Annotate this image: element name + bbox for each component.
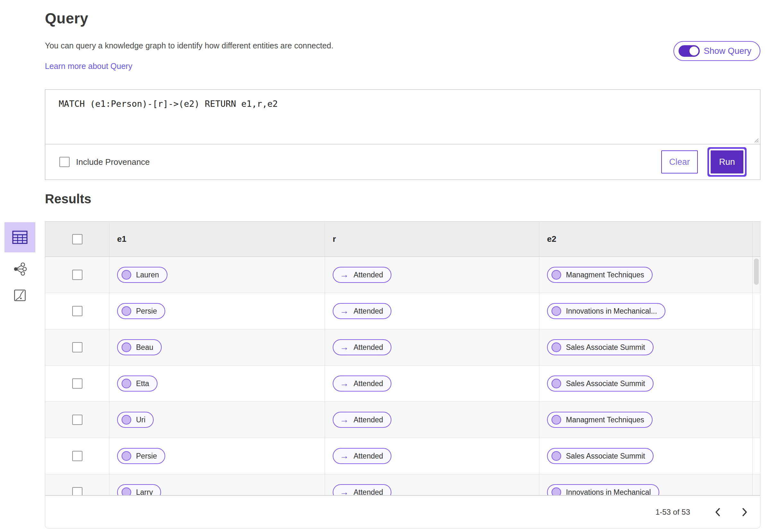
table-row: Persie → Attended Innovations in Mechani…	[45, 293, 760, 329]
pagination-next-button[interactable]	[736, 503, 754, 521]
entity-node-icon	[552, 451, 561, 461]
chevron-left-icon	[715, 508, 721, 517]
row-checkbox[interactable]	[72, 378, 82, 389]
include-provenance-checkbox[interactable]	[59, 157, 70, 167]
row-checkbox[interactable]	[72, 306, 82, 316]
entity-pill-e2[interactable]: Sales Associate Summit	[547, 448, 654, 464]
query-panel: MATCH (e1:Person)-[r]->(e2) RETURN e1,r,…	[45, 89, 760, 180]
row-checkbox[interactable]	[72, 487, 82, 495]
chevron-right-icon	[742, 508, 748, 517]
learn-more-link[interactable]: Learn more about Query	[45, 62, 132, 71]
results-view-switcher	[4, 222, 35, 305]
entity-node-icon	[122, 306, 131, 316]
entity-label: Managment Techniques	[566, 416, 644, 424]
query-footer: Include Provenance Clear Run	[45, 144, 760, 180]
entity-pill-e1[interactable]: Larry	[117, 484, 161, 495]
entity-label: Sales Associate Summit	[566, 343, 645, 352]
query-actions: Clear Run	[661, 150, 752, 173]
relation-pill[interactable]: → Attended	[333, 484, 392, 495]
toggle-knob-icon	[689, 46, 699, 56]
relation-pill[interactable]: → Attended	[333, 267, 392, 283]
pagination-prev-button[interactable]	[709, 503, 727, 521]
table-view-button[interactable]	[4, 222, 35, 252]
table-row: Lauren → Attended Managment Techniques	[45, 257, 760, 293]
row-checkbox[interactable]	[72, 451, 82, 461]
relation-pill[interactable]: → Attended	[333, 448, 392, 464]
entity-pill-e2[interactable]: Managment Techniques	[547, 267, 653, 283]
column-header-e2[interactable]: e2	[539, 222, 753, 257]
table-row: Persie → Attended Sales Associate Summit	[45, 438, 760, 474]
entity-node-icon	[552, 415, 561, 425]
entity-pill-e1[interactable]: Lauren	[117, 267, 167, 283]
relation-pill[interactable]: → Attended	[333, 412, 392, 428]
page-title: Query	[45, 10, 88, 27]
entity-pill-e1[interactable]: Persie	[117, 303, 165, 319]
relation-label: Attended	[353, 416, 383, 424]
run-button[interactable]: Run	[711, 150, 743, 173]
network-icon	[13, 262, 27, 276]
entity-label: Innovations in Mechanical...	[566, 307, 657, 316]
include-provenance-option[interactable]: Include Provenance	[59, 157, 150, 167]
row-checkbox[interactable]	[72, 342, 82, 352]
row-checkbox[interactable]	[72, 415, 82, 425]
entity-node-icon	[552, 487, 561, 495]
relation-label: Attended	[353, 307, 383, 316]
clear-button[interactable]: Clear	[661, 150, 698, 173]
entity-pill-e2[interactable]: Innovations in Mechanical...	[547, 303, 665, 319]
entity-pill-e2[interactable]: Managment Techniques	[547, 412, 653, 428]
entity-pill-e2[interactable]: Sales Associate Summit	[547, 339, 654, 355]
entity-pill-e2[interactable]: Innovations in Mechanical	[547, 484, 659, 495]
relation-pill[interactable]: → Attended	[333, 376, 392, 392]
query-input[interactable]: MATCH (e1:Person)-[r]->(e2) RETURN e1,r,…	[45, 90, 760, 144]
network-view-button[interactable]	[4, 259, 35, 279]
entity-pill-e1[interactable]: Persie	[117, 448, 165, 464]
entity-node-icon	[552, 270, 561, 280]
select-all-checkbox[interactable]	[72, 234, 82, 244]
toggle-switch-icon[interactable]	[679, 45, 700, 57]
relation-label: Attended	[353, 271, 383, 279]
column-header-r[interactable]: r	[325, 222, 539, 257]
entity-node-icon	[552, 306, 561, 316]
entity-label: Managment Techniques	[566, 271, 644, 279]
entity-node-icon	[122, 379, 131, 388]
arrow-right-icon: →	[340, 488, 349, 495]
entity-pill-e1[interactable]: Etta	[117, 376, 157, 392]
entity-label: Sales Associate Summit	[566, 452, 645, 460]
resize-grip-icon[interactable]	[753, 137, 759, 143]
entity-node-icon	[122, 270, 131, 280]
entity-pill-e2[interactable]: Sales Associate Summit	[547, 376, 654, 392]
arrow-right-icon: →	[340, 452, 349, 460]
entity-label: Larry	[136, 488, 153, 496]
entity-pill-e1[interactable]: Beau	[117, 339, 162, 355]
table-row: Larry → Attended Innovations in Mechanic…	[45, 474, 760, 495]
arrow-right-icon: →	[340, 343, 349, 352]
results-table: e1 r e2 Lauren → Attended Managment Tech…	[45, 221, 760, 495]
entity-label: Lauren	[136, 271, 159, 279]
chart-view-button[interactable]	[4, 286, 35, 305]
entity-label: Uri	[136, 416, 145, 424]
entity-label: Persie	[136, 307, 157, 316]
relation-pill[interactable]: → Attended	[333, 339, 392, 355]
vertical-scrollbar[interactable]	[754, 258, 759, 285]
query-text: MATCH (e1:Person)-[r]->(e2) RETURN e1,r,…	[59, 99, 278, 109]
results-title: Results	[45, 192, 91, 206]
arrow-right-icon: →	[340, 415, 349, 424]
entity-pill-e1[interactable]: Uri	[117, 412, 154, 428]
column-header-e1[interactable]: e1	[109, 222, 325, 257]
row-checkbox[interactable]	[72, 270, 82, 280]
entity-node-icon	[122, 487, 131, 495]
show-query-toggle-button[interactable]: Show Query	[673, 41, 760, 61]
arrow-right-icon: →	[340, 379, 349, 388]
pagination-range: 1-53 of 53	[656, 508, 690, 517]
table-row: Uri → Attended Managment Techniques	[45, 402, 760, 438]
entity-node-icon	[552, 379, 561, 388]
table-body: Lauren → Attended Managment Techniques P…	[45, 257, 760, 495]
entity-node-icon	[122, 451, 131, 461]
entity-label: Sales Associate Summit	[566, 379, 645, 388]
table-row: Beau → Attended Sales Associate Summit	[45, 329, 760, 366]
entity-node-icon	[122, 342, 131, 352]
relation-pill[interactable]: → Attended	[333, 303, 392, 319]
path-chart-icon	[14, 289, 26, 301]
entity-label: Persie	[136, 452, 157, 460]
arrow-right-icon: →	[340, 270, 349, 279]
